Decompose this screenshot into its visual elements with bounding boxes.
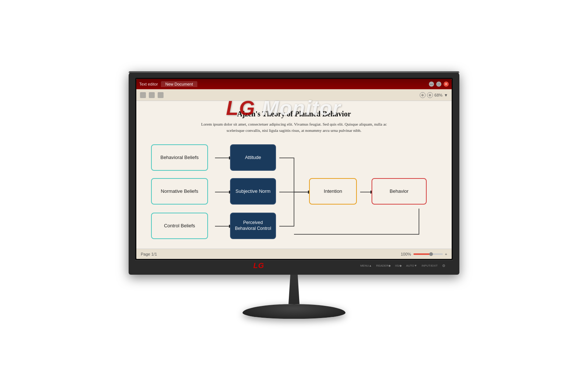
zoom-out-icon[interactable]: ⊗	[427, 92, 433, 98]
monitor-base	[243, 304, 345, 319]
zoom-slider-fill	[413, 253, 431, 255]
menu-control[interactable]: MENU▲	[360, 264, 372, 267]
subjective-norm-box: Subjective Norm	[230, 178, 276, 205]
page-info: Page 1/1	[141, 252, 157, 256]
toolbar-icon-2	[149, 92, 155, 98]
monitor-shell: Text editor New Document — □ ✕	[129, 71, 459, 275]
doc-content: Ajzen's Theory of Planned Behavior Lorem…	[136, 101, 452, 249]
doc-subtitle: Lorem ipsum dolor sit amet, consectetuer…	[151, 121, 437, 133]
window-controls: — □ ✕	[429, 82, 449, 87]
monitor-neck	[285, 275, 303, 304]
close-button[interactable]: ✕	[444, 82, 449, 87]
reader-control[interactable]: READER◆	[376, 264, 391, 267]
toolbar-icon-1	[140, 92, 146, 98]
iis-control[interactable]: IIS/◆	[395, 264, 402, 267]
screen: Text editor New Document — □ ✕	[136, 79, 452, 259]
behavioral-beliefs-box: Behavioral Beliefs	[151, 144, 208, 171]
zoom-slider[interactable]	[413, 253, 443, 255]
toolbar: ⊕ ⊗ 68% ▼	[136, 89, 452, 101]
auto-control[interactable]: AUTO▼	[406, 264, 417, 267]
diagram: Behavioral Beliefs Attitude Normative Be…	[151, 141, 437, 243]
input-control[interactable]: INPUT/EXIT	[422, 264, 438, 267]
maximize-button[interactable]: □	[436, 82, 441, 87]
zoom-in-icon[interactable]: ⊕	[420, 92, 426, 98]
zoom-control: 100% +	[401, 252, 447, 256]
zoom-dropdown-icon[interactable]: ▼	[444, 93, 448, 97]
control-beliefs-box: Control Beliefs	[151, 213, 208, 239]
monitor-controls-bar: MENU▲ READER◆ IIS/◆ AUTO▼ INPUT/EXIT ⚙	[360, 264, 445, 268]
titlebar: Text editor New Document — □ ✕	[136, 79, 452, 89]
monitor: LG Monitor Text editor New Document — □ …	[129, 71, 459, 319]
perceived-behavioral-control-box: Perceived Behavioral Control	[230, 213, 276, 239]
normative-beliefs-box: Normative Beliefs	[151, 178, 208, 205]
screen-bezel: Text editor New Document — □ ✕	[135, 78, 453, 260]
doc-title: Ajzen's Theory of Planned Behavior	[151, 110, 437, 118]
zoom-slider-handle	[429, 252, 433, 256]
behavior-box: Behavior	[372, 178, 427, 205]
app-name: Text editor	[139, 82, 158, 86]
toolbar-icon-3	[158, 92, 164, 98]
toolbar-zoom: ⊕ ⊗ 68% ▼	[420, 92, 448, 98]
zoom-max-icon[interactable]: +	[445, 252, 447, 256]
doc-name: New Document	[161, 81, 197, 87]
monitor-logo: LG	[253, 261, 264, 270]
monitor-outer: Text editor New Document — □ ✕	[129, 71, 459, 319]
intention-box: Intention	[309, 178, 357, 205]
settings-icon[interactable]: ⚙	[442, 264, 445, 268]
statusbar: Page 1/1 100% +	[136, 249, 452, 259]
monitor-logo-bar: LG MENU▲ READER◆ IIS/◆ AUTO▼ INPUT/EXIT …	[135, 260, 453, 271]
minimize-button[interactable]: —	[429, 82, 434, 87]
zoom-percent: 100%	[401, 252, 411, 256]
attitude-box: Attitude	[230, 144, 276, 171]
zoom-level: 68%	[434, 93, 442, 97]
